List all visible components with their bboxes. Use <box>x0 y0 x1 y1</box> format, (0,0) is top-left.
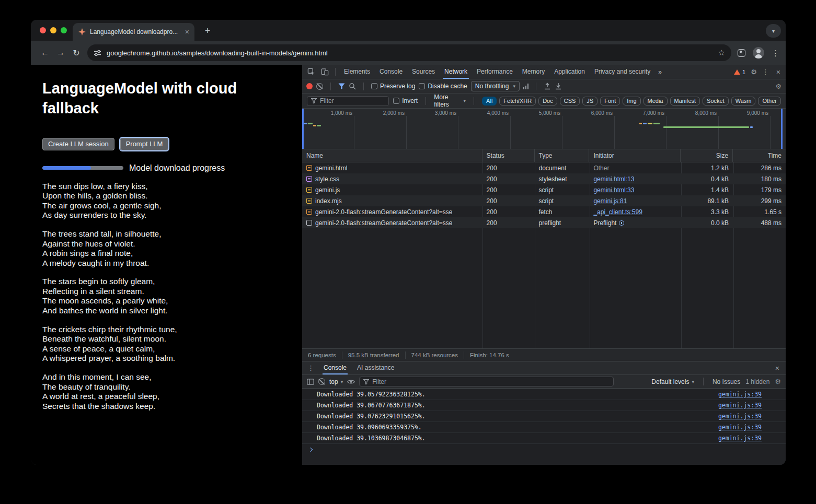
issues-warning-badge[interactable]: 1 <box>734 69 745 75</box>
default-levels-dropdown[interactable]: Default levels ▾ <box>651 378 694 385</box>
initiator-link[interactable]: gemini.html:33 <box>593 186 634 194</box>
back-icon[interactable]: ← <box>37 45 53 61</box>
console-message[interactable]: Downloaded 39.0960693359375%. gemini.js:… <box>302 422 786 433</box>
drawer-tab-ai-assistance[interactable]: AI assistance <box>352 361 399 374</box>
overview-handle-left[interactable] <box>302 109 304 149</box>
more-tabs-icon[interactable]: » <box>655 68 665 76</box>
initiator-link[interactable]: gemini.js:81 <box>593 197 627 205</box>
filter-chip-all[interactable]: All <box>482 97 497 106</box>
url-text[interactable]: googlechrome.github.io/samples/downloadi… <box>107 49 713 57</box>
filter-chip-font[interactable]: Font <box>600 97 620 106</box>
filter-chip-fetch-xhr[interactable]: Fetch/XHR <box>499 97 536 106</box>
drawer-close-icon[interactable]: × <box>773 364 781 372</box>
minimize-window-button[interactable] <box>50 27 56 33</box>
more-filters-dropdown[interactable]: More filters ▾ <box>434 93 466 108</box>
network-settings-icon[interactable]: ⚙ <box>775 83 781 90</box>
preflight-info-icon[interactable] <box>619 220 624 226</box>
filter-chip-css[interactable]: CSS <box>560 97 580 106</box>
eye-icon[interactable] <box>347 379 355 384</box>
message-source-link[interactable]: gemini.js:39 <box>718 424 762 431</box>
disable-cache-checkbox[interactable]: Disable cache <box>419 83 467 90</box>
filter-icon[interactable] <box>338 83 345 89</box>
initiator-link[interactable]: gemini.html:13 <box>593 175 634 183</box>
filter-chip-manifest[interactable]: Manifest <box>670 97 700 106</box>
filter-chip-doc[interactable]: Doc <box>538 97 557 106</box>
create-llm-session-button[interactable]: Create LLM session <box>42 138 114 150</box>
import-har-icon[interactable] <box>544 83 551 90</box>
console-prompt[interactable] <box>302 444 786 455</box>
filter-chip-js[interactable]: JS <box>582 97 597 106</box>
column-header-name[interactable]: Name <box>302 149 482 162</box>
browser-tab[interactable]: LanguageModel downloadpro... × <box>73 23 194 41</box>
devtools-tab-elements[interactable]: Elements <box>339 65 375 79</box>
filter-chip-socket[interactable]: Socket <box>703 97 729 106</box>
prompt-llm-button[interactable]: Prompt LLM <box>120 138 169 150</box>
zoom-window-button[interactable] <box>61 27 67 33</box>
table-row[interactable]: gemini.html 200 document Other 1.2 kB 28… <box>302 162 786 173</box>
profile-avatar[interactable] <box>753 47 764 58</box>
overview-handle-right[interactable] <box>781 109 783 149</box>
console-sidebar-icon[interactable] <box>307 379 314 385</box>
tab-search-button[interactable]: ▾ <box>766 24 781 38</box>
table-row[interactable]: style.css 200 stylesheet gemini.html:13 … <box>302 173 786 184</box>
issues-status[interactable]: No Issues <box>712 378 740 385</box>
reload-icon[interactable]: ↻ <box>68 45 84 61</box>
column-header-size[interactable]: Size <box>681 149 733 162</box>
devtools-menu-icon[interactable]: ⋮ <box>762 68 769 76</box>
export-har-icon[interactable] <box>555 83 562 90</box>
console-message[interactable]: Downloaded 39.10369873046875%. gemini.js… <box>302 433 786 444</box>
devtools-tab-privacy[interactable]: Privacy and security <box>590 65 655 79</box>
table-row[interactable]: gemini.js 200 script gemini.html:33 1.4 … <box>302 184 786 195</box>
console-context-select[interactable]: top ▾ <box>329 378 343 385</box>
filter-chip-wasm[interactable]: Wasm <box>731 97 756 106</box>
tab-close-icon[interactable]: × <box>184 28 190 36</box>
request-initiator[interactable]: Preflight <box>593 219 616 227</box>
message-source-link[interactable]: gemini.js:39 <box>718 391 762 398</box>
address-bar[interactable]: googlechrome.github.io/samples/downloadi… <box>87 44 731 61</box>
message-source-link[interactable]: gemini.js:39 <box>718 402 762 409</box>
console-message[interactable]: Downloaded 39.06707763671875%. gemini.js… <box>302 400 786 411</box>
extensions-icon[interactable] <box>738 49 745 57</box>
search-icon[interactable] <box>349 83 356 90</box>
inspect-element-icon[interactable] <box>304 65 318 79</box>
clear-network-log-icon[interactable] <box>316 83 323 90</box>
devtools-tab-sources[interactable]: Sources <box>407 65 440 79</box>
filter-chip-media[interactable]: Media <box>643 97 668 106</box>
network-overview-timeline[interactable]: 1,000 ms 2,000 ms 3,000 ms 4,000 ms 5,00… <box>302 109 786 149</box>
devtools-tab-performance[interactable]: Performance <box>472 65 518 79</box>
forward-icon[interactable]: → <box>53 45 68 61</box>
table-row[interactable]: gemini-2.0-flash:streamGenerateContent?a… <box>302 217 786 228</box>
table-row[interactable]: gemini-2.0-flash:streamGenerateContent?a… <box>302 206 786 217</box>
device-toolbar-icon[interactable] <box>318 65 331 79</box>
devtools-tab-application[interactable]: Application <box>549 65 590 79</box>
hidden-messages-count[interactable]: 1 hidden <box>745 378 769 385</box>
bookmark-star-icon[interactable]: ☆ <box>718 48 725 57</box>
drawer-menu-icon[interactable]: ⋮ <box>306 364 318 372</box>
drawer-tab-console[interactable]: Console <box>318 361 352 374</box>
console-settings-icon[interactable]: ⚙ <box>775 378 781 385</box>
devtools-close-icon[interactable]: × <box>774 68 783 76</box>
invert-checkbox[interactable]: Invert <box>393 97 418 104</box>
console-filter-input[interactable]: Filter <box>359 377 614 386</box>
record-network-log-icon[interactable] <box>306 83 313 89</box>
console-message[interactable]: Downloaded 39.05792236328125%. gemini.js… <box>302 389 786 400</box>
devtools-settings-icon[interactable]: ⚙ <box>751 68 757 76</box>
network-filter-input[interactable]: Filter <box>307 96 389 106</box>
console-message[interactable]: Downloaded 39.07623291015625%. gemini.js… <box>302 411 786 422</box>
table-row[interactable]: index.mjs 200 script gemini.js:81 89.1 k… <box>302 195 786 206</box>
browser-menu-icon[interactable]: ⋮ <box>772 49 779 57</box>
column-header-initiator[interactable]: Initiator <box>589 149 681 162</box>
devtools-tab-memory[interactable]: Memory <box>518 65 549 79</box>
message-source-link[interactable]: gemini.js:39 <box>718 435 762 442</box>
column-header-type[interactable]: Type <box>535 149 590 162</box>
preserve-log-checkbox[interactable]: Preserve log <box>371 83 415 90</box>
column-header-status[interactable]: Status <box>482 149 535 162</box>
network-conditions-icon[interactable] <box>523 83 529 89</box>
message-source-link[interactable]: gemini.js:39 <box>718 413 762 420</box>
throttling-select[interactable]: No throttling ▾ <box>471 81 520 91</box>
column-header-time[interactable]: Time <box>733 149 786 162</box>
filter-chip-img[interactable]: Img <box>623 97 640 106</box>
filter-chip-other[interactable]: Other <box>758 97 781 106</box>
initiator-link[interactable]: _api_client.ts:599 <box>593 208 642 216</box>
devtools-tab-console[interactable]: Console <box>375 65 407 79</box>
